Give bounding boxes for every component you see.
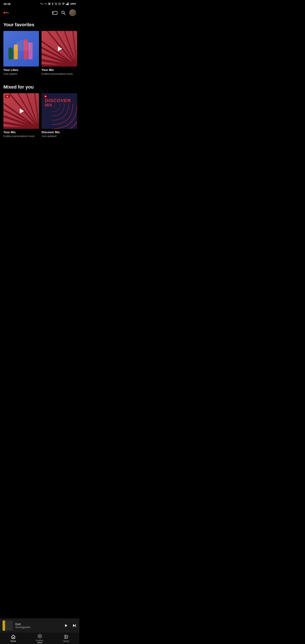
favorites-cards-row: Your Likes Auto playlist: [0, 31, 80, 79]
discover-arcs: [52, 104, 77, 129]
svg-rect-12: [66, 4, 67, 5]
youtube-music-logo: Music: [4, 10, 10, 15]
svg-line-47: [4, 128, 39, 129]
search-button[interactable]: [61, 10, 66, 15]
discover-title: DISCOVER: [45, 98, 71, 103]
your-mix-sublabel: Endless personalized music: [4, 134, 39, 138]
battery-level: 100%: [70, 2, 76, 5]
status-time: 10:18: [4, 2, 10, 6]
alarm-icon: [54, 2, 58, 5]
vibrate-icon: [58, 2, 61, 5]
your-likes-card[interactable]: Your Likes Auto playlist: [4, 31, 39, 76]
status-icons: •••: [40, 2, 76, 5]
your-mix-label: Your Mix: [4, 130, 39, 134]
svg-rect-7: [59, 3, 60, 5]
signal-wave-icon: [40, 2, 44, 5]
svg-point-10: [63, 5, 64, 5]
play-icon: [55, 44, 64, 54]
discover-mix-thumb: DISCOVER MIX: [42, 93, 77, 129]
bluetooth-icon: [52, 2, 54, 5]
cast-icon: [52, 10, 58, 15]
svg-line-4: [56, 4, 56, 4]
your-mix-fav-card[interactable]: Your Mix Endless personalized music: [42, 31, 77, 76]
mixed-cards-row: Your Mix Endless personalized music DISC…: [0, 93, 80, 142]
bottom-spacer: [0, 142, 80, 171]
yt-badge-discover-icon: [44, 95, 47, 98]
play-icon-2: [17, 106, 26, 116]
your-likes-label: Your Likes: [4, 68, 39, 72]
svg-rect-14: [68, 2, 68, 5]
svg-rect-13: [67, 3, 68, 5]
your-mix-fav-thumb: [42, 31, 77, 66]
discover-mix-card[interactable]: DISCOVER MIX Discover Mix Just updated!: [42, 93, 77, 138]
svg-line-6: [56, 2, 57, 3]
avatar-image: [69, 9, 76, 16]
your-likes-thumb: [4, 31, 39, 66]
play-icon-overlay: [55, 44, 64, 53]
cast-button[interactable]: [52, 10, 58, 15]
your-mix-fav-sublabel: Endless personalized music: [42, 72, 77, 76]
svg-rect-1: [49, 3, 50, 4]
search-icon: [61, 10, 66, 15]
app-bar: Music: [0, 7, 80, 19]
profile-avatar[interactable]: [69, 9, 76, 16]
discover-mix-label: Discover Mix: [42, 130, 77, 134]
screen-record-icon: [48, 2, 50, 5]
likes-art: [6, 37, 36, 60]
svg-marker-36: [58, 46, 62, 51]
svg-rect-18: [52, 12, 57, 14]
mixed-section-title: Mixed for you: [0, 84, 80, 93]
wifi-icon: [62, 2, 65, 5]
main-content: Your favorites Your Likes Auto playlist: [0, 19, 80, 171]
your-mix-fav-label: Your Mix: [42, 68, 77, 72]
status-bar: 10:18 •••: [0, 0, 80, 7]
svg-rect-22: [8, 48, 13, 59]
svg-line-5: [55, 2, 55, 3]
svg-text:Music: Music: [6, 12, 9, 13]
discover-mix-sublabel: Just updated!: [42, 134, 77, 138]
app-bar-actions: [52, 9, 76, 16]
svg-marker-48: [20, 108, 24, 113]
your-mix-thumb: [4, 93, 39, 129]
your-mix-card[interactable]: Your Mix Endless personalized music: [4, 93, 39, 138]
your-likes-sublabel: Auto playlist: [4, 72, 39, 76]
favorites-section-title: Your favorites: [0, 22, 80, 31]
play-icon-overlay-2: [17, 107, 26, 115]
signal-bars-icon: [66, 2, 69, 5]
svg-line-35: [42, 66, 77, 66]
app-logo[interactable]: Music: [4, 10, 10, 15]
svg-rect-11: [66, 4, 66, 5]
svg-line-21: [64, 13, 65, 14]
notification-dots: •••: [44, 3, 47, 5]
yt-badge-discover: [43, 95, 48, 98]
